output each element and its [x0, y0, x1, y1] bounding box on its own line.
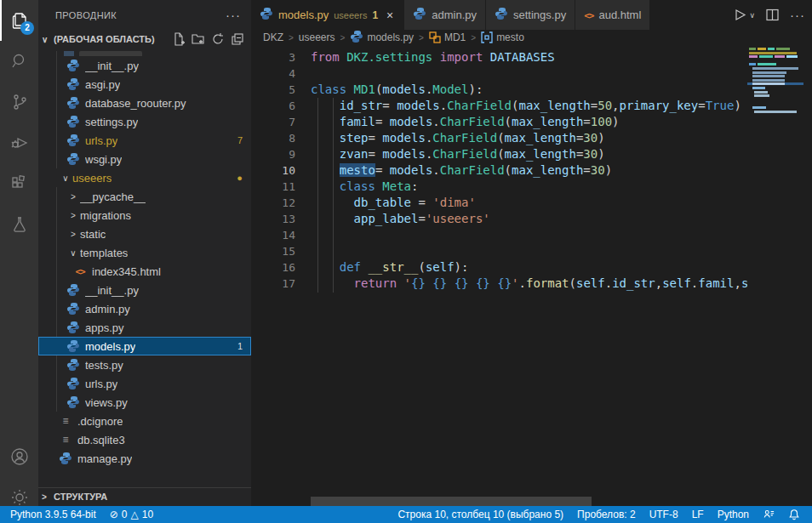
- line-number[interactable]: 3: [251, 49, 295, 65]
- explorer-icon[interactable]: 2: [0, 0, 38, 41]
- horizontal-scrollbar[interactable]: [311, 497, 592, 506]
- sidebar-more-icon[interactable]: ···: [226, 8, 241, 22]
- code-line-8[interactable]: 8 step= models.CharField(max_length=30): [251, 130, 747, 146]
- minimap[interactable]: [747, 45, 803, 130]
- tree-item-urls.py[interactable]: urls.py7: [38, 131, 251, 150]
- editor-more-icon[interactable]: ···: [790, 8, 805, 22]
- tree-item-apps.py[interactable]: apps.py: [38, 318, 251, 337]
- tree-item-wsgi.py[interactable]: wsgi.py: [38, 150, 251, 168]
- code-line-16[interactable]: 16 def __str__(self):: [251, 259, 747, 276]
- chevron-right-icon[interactable]: >: [66, 230, 80, 239]
- chevron-right-icon[interactable]: >: [66, 211, 80, 220]
- tree-item-__pycache__[interactable]: >__pycache__: [38, 187, 251, 206]
- tree-item-migrations[interactable]: >migrations: [38, 206, 251, 225]
- code-line-5[interactable]: 5class MD1(models.Model):: [251, 82, 747, 98]
- tree-item-asgi.py[interactable]: asgi.py: [38, 75, 251, 94]
- problems-status[interactable]: ⊘ 0 △ 10: [103, 506, 160, 523]
- line-number[interactable]: 6: [251, 98, 295, 114]
- line-number[interactable]: 5: [251, 82, 295, 98]
- line-number[interactable]: 12: [251, 195, 295, 211]
- tab-admin.py[interactable]: admin.py: [404, 0, 486, 30]
- tree-item-models.py[interactable]: models.py1: [38, 337, 251, 355]
- refresh-icon[interactable]: [211, 32, 225, 46]
- code-line-3[interactable]: 3from DKZ.settings import DATABASES: [251, 49, 747, 65]
- tab-models.py[interactable]: models.pyuseeers1×: [251, 0, 404, 30]
- breadcrumb-item-DKZ[interactable]: DKZ: [263, 31, 283, 43]
- tree-item-urls.py[interactable]: urls.py: [38, 374, 251, 393]
- line-number[interactable]: 14: [251, 227, 295, 243]
- accounts-icon[interactable]: [0, 436, 38, 477]
- new-file-icon[interactable]: [172, 32, 186, 46]
- line-number[interactable]: 10: [251, 162, 295, 179]
- indentation-status[interactable]: Пробелов: 2: [570, 506, 643, 523]
- errors-icon: ⊘: [110, 509, 118, 520]
- line-number[interactable]: 13: [251, 211, 295, 227]
- tree-item-__init__.py[interactable]: __init__.py: [38, 281, 251, 299]
- encoding-status[interactable]: UTF-8: [643, 506, 685, 523]
- tree-item-useeers[interactable]: ∨useeers●: [38, 168, 251, 187]
- code-line-17[interactable]: 17 return '{} {} {} {} {}'.format(self.i…: [251, 276, 747, 292]
- tree-item-database_roouter.py[interactable]: database_roouter.py: [38, 94, 251, 112]
- breadcrumb-item-useeers[interactable]: useeers: [299, 31, 335, 43]
- code-line-15[interactable]: 15: [251, 243, 747, 259]
- code-line-13[interactable]: 13 app_label='useeers': [251, 211, 747, 227]
- eol-status[interactable]: LF: [685, 506, 711, 523]
- new-folder-icon[interactable]: [192, 32, 205, 46]
- line-number[interactable]: 4: [251, 65, 295, 82]
- breadcrumb-item-models.py[interactable]: models.py: [350, 30, 414, 46]
- testing-icon[interactable]: [0, 204, 38, 245]
- chevron-down-icon[interactable]: ∨: [59, 173, 72, 183]
- split-editor-icon[interactable]: [765, 8, 780, 22]
- code-line-7[interactable]: 7 famil= models.CharField(max_length=100…: [251, 114, 747, 130]
- python-interpreter-status[interactable]: Python 3.9.5 64-bit: [3, 506, 103, 523]
- tree-item-admin.py[interactable]: admin.py: [38, 299, 251, 318]
- code-line-10[interactable]: 10 mesto= models.CharField(max_length=30…: [251, 162, 747, 179]
- code-editor[interactable]: 3from DKZ.settings import DATABASES45cla…: [251, 45, 812, 506]
- tab-aud.html[interactable]: <>aud.html: [575, 0, 650, 30]
- line-number[interactable]: 16: [251, 259, 295, 276]
- notifications-bell-icon[interactable]: [781, 506, 807, 523]
- line-number[interactable]: 15: [251, 243, 295, 259]
- tree-item-index345.html[interactable]: <>index345.html: [38, 262, 251, 281]
- tree-item-__init__.py[interactable]: __init__.py: [38, 56, 251, 75]
- tab-settings.py[interactable]: settings.py: [486, 0, 575, 30]
- code-line-9[interactable]: 9 zvan= models.CharField(max_length=30): [251, 146, 747, 162]
- code-line-6[interactable]: 6 id_str= models.CharField(max_length=50…: [251, 98, 747, 114]
- tree-item-.dcignore[interactable]: ≡.dcignore: [38, 412, 251, 430]
- workspace-section-header[interactable]: ∨ (РАБОЧАЯ ОБЛАСТЬ) ...: [38, 30, 251, 48]
- tree-item-static[interactable]: >static: [38, 225, 251, 243]
- code-line-12[interactable]: 12 db_table = 'dima': [251, 195, 747, 211]
- close-tab-icon[interactable]: ×: [385, 9, 395, 22]
- source-control-icon[interactable]: [0, 82, 38, 122]
- extensions-icon[interactable]: [0, 163, 38, 204]
- breadcrumb-item-mesto[interactable]: mesto: [481, 31, 524, 43]
- run-python-file-button[interactable]: ∨: [733, 8, 755, 22]
- line-number[interactable]: 9: [251, 146, 295, 162]
- tree-item-tests.py[interactable]: tests.py: [38, 355, 251, 374]
- cursor-position-status[interactable]: Строка 10, столбец 10 (выбрано 5): [391, 506, 570, 523]
- code-line-4[interactable]: 4: [251, 65, 747, 82]
- collapse-folders-icon[interactable]: [231, 32, 244, 46]
- feedback-icon[interactable]: [756, 506, 781, 523]
- run-dropdown-chevron-icon[interactable]: ∨: [749, 11, 755, 20]
- chevron-down-icon: ∨: [42, 35, 54, 44]
- run-and-debug-icon[interactable]: [0, 122, 38, 163]
- code-line-11[interactable]: 11 class Meta:: [251, 179, 747, 195]
- line-number[interactable]: 7: [251, 114, 295, 130]
- outline-section-header[interactable]: > СТРУКТУРА: [38, 487, 251, 505]
- tree-item-templates[interactable]: ∨templates: [38, 243, 251, 262]
- tree-item-manage.py[interactable]: manage.py: [38, 449, 251, 468]
- line-number[interactable]: 17: [251, 276, 295, 292]
- line-number[interactable]: 11: [251, 179, 295, 195]
- search-icon[interactable]: [0, 41, 38, 82]
- breadcrumb-label: MD1: [444, 31, 466, 43]
- line-number[interactable]: 8: [251, 130, 295, 146]
- chevron-right-icon[interactable]: >: [66, 192, 80, 202]
- language-mode-status[interactable]: Python: [711, 506, 756, 523]
- breadcrumb-item-MD1[interactable]: MD1: [429, 31, 466, 43]
- code-line-14[interactable]: 14: [251, 227, 747, 243]
- chevron-down-icon[interactable]: ∨: [66, 248, 80, 258]
- tree-item-views.py[interactable]: views.py: [38, 393, 251, 412]
- tree-item-settings.py[interactable]: settings.py: [38, 112, 251, 131]
- tree-item-db.sqlite3[interactable]: ≡db.sqlite3: [38, 430, 251, 449]
